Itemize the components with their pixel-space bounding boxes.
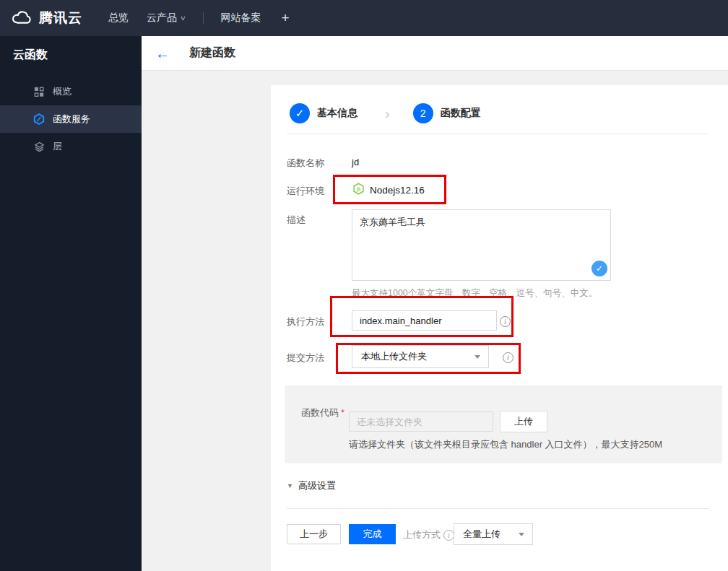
step-indicator: ✓ 基本信息 › 2 函数配置 bbox=[290, 103, 481, 123]
svg-text:js: js bbox=[356, 186, 361, 192]
handler-label: 执行方法 bbox=[287, 315, 324, 328]
info-icon[interactable]: i bbox=[443, 530, 454, 541]
submit-method-select[interactable]: 本地上传文件夹 bbox=[352, 345, 489, 368]
sidebar-item-label: 概览 bbox=[53, 85, 72, 98]
layers-icon bbox=[33, 141, 45, 152]
dropdown-arrow-icon bbox=[474, 355, 480, 359]
runtime-value: js Nodejs12.16 bbox=[352, 183, 425, 198]
nav-overview[interactable]: 总览 bbox=[108, 12, 129, 25]
topbar: 腾讯云 总览 云产品 ∨ 网站备案 + bbox=[0, 0, 728, 36]
upload-mode-label: 上传方式 bbox=[403, 528, 441, 541]
step1-label: 基本信息 bbox=[317, 107, 358, 120]
upload-mode: 上传方式 i bbox=[403, 528, 454, 541]
runtime-label: 运行环境 bbox=[287, 185, 324, 198]
step-chevron-icon: › bbox=[385, 106, 390, 121]
chevron-down-icon: ∨ bbox=[180, 14, 186, 22]
submit-method-label: 提交方法 bbox=[287, 352, 324, 365]
finish-button[interactable]: 完成 bbox=[349, 524, 396, 544]
grid-icon bbox=[33, 86, 45, 97]
valid-check-icon: ✓ bbox=[592, 261, 607, 276]
nav-add-button[interactable]: + bbox=[282, 10, 290, 26]
description-textarea[interactable]: 京东薅羊毛工具 bbox=[352, 209, 611, 281]
brand-name: 腾讯云 bbox=[39, 9, 82, 27]
function-code-label: 函数代码* bbox=[301, 406, 344, 419]
nav-divider bbox=[203, 12, 204, 24]
advanced-settings-label: 高级设置 bbox=[298, 479, 336, 492]
create-function-card: ✓ 基本信息 › 2 函数配置 函数名称 运行环境 描述 执行方法 提交方法 j… bbox=[271, 85, 728, 571]
nav-icp-record[interactable]: 网站备案 bbox=[221, 12, 261, 25]
sidebar-item-function-service[interactable]: 函数服务 bbox=[0, 105, 142, 133]
caret-down-icon: ▼ bbox=[287, 482, 293, 489]
step1-check-icon: ✓ bbox=[290, 103, 310, 123]
function-code-hint: 请选择文件夹（该文件夹根目录应包含 handler 入口文件），最大支持250M bbox=[349, 438, 662, 451]
step2-number: 2 bbox=[413, 103, 433, 123]
sidebar-title: 云函数 bbox=[0, 36, 142, 63]
nodejs-icon: js bbox=[352, 183, 365, 198]
runtime-text: Nodejs12.16 bbox=[370, 185, 425, 196]
top-nav: 总览 云产品 ∨ 网站备案 + bbox=[82, 10, 290, 26]
cloud-logo-icon bbox=[10, 9, 32, 27]
sidebar-item-label: 函数服务 bbox=[53, 113, 90, 126]
nav-cloud-products[interactable]: 云产品 ∨ bbox=[147, 12, 186, 25]
back-arrow-icon[interactable]: ← bbox=[155, 46, 170, 61]
function-name-label: 函数名称 bbox=[287, 157, 324, 170]
page-title: 新建函数 bbox=[189, 45, 235, 61]
sidebar: 云函数 概览 bbox=[0, 36, 142, 571]
folder-path-input[interactable] bbox=[349, 411, 493, 432]
upload-button[interactable]: 上传 bbox=[500, 411, 547, 432]
divider bbox=[287, 134, 709, 134]
info-icon[interactable]: i bbox=[503, 352, 514, 363]
info-icon[interactable]: i bbox=[500, 316, 511, 327]
description-hint: 最大支持1000个英文字母、数字、空格、逗号、句号、中文。 bbox=[352, 287, 597, 300]
dropdown-arrow-icon bbox=[519, 533, 524, 536]
advanced-settings-toggle[interactable]: ▼ 高级设置 bbox=[287, 479, 336, 492]
function-name-value: jd bbox=[352, 157, 359, 167]
page-header: ← 新建函数 bbox=[142, 36, 728, 71]
sidebar-item-overview[interactable]: 概览 bbox=[0, 78, 142, 105]
sidebar-item-layers[interactable]: 层 bbox=[0, 133, 142, 160]
handler-input[interactable] bbox=[352, 310, 497, 331]
function-hexagon-icon bbox=[33, 113, 45, 125]
required-asterisk: * bbox=[341, 407, 344, 418]
upload-mode-value: 全量上传 bbox=[463, 528, 500, 541]
previous-step-button[interactable]: 上一步 bbox=[287, 524, 341, 544]
brand-logo[interactable]: 腾讯云 bbox=[10, 9, 82, 27]
function-code-section: 函数代码* 上传 请选择文件夹（该文件夹根目录应包含 handler 入口文件）… bbox=[285, 385, 722, 463]
divider bbox=[287, 508, 709, 509]
submit-method-value: 本地上传文件夹 bbox=[361, 350, 427, 363]
step2-label: 函数配置 bbox=[441, 107, 481, 120]
tencent-cloud-console: 腾讯云 总览 云产品 ∨ 网站备案 + 云函数 bbox=[0, 0, 728, 571]
upload-mode-select[interactable]: 全量上传 bbox=[454, 523, 533, 545]
sidebar-item-label: 层 bbox=[53, 140, 62, 153]
description-label: 描述 bbox=[287, 214, 306, 227]
sidebar-menu: 概览 函数服务 层 bbox=[0, 78, 142, 160]
